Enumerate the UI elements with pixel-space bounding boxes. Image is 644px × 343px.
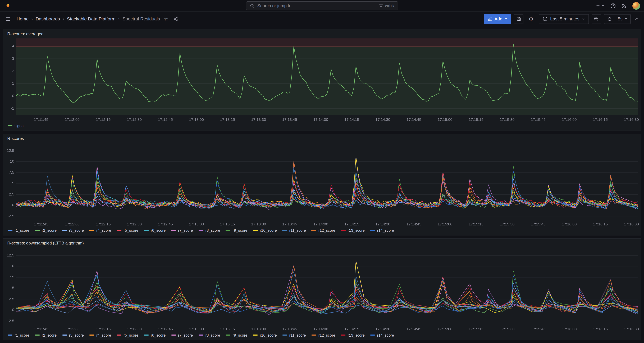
legend-item[interactable]: r11_score — [282, 228, 306, 232]
legend-item[interactable]: r10_score — [253, 333, 277, 337]
favorite-star-button[interactable]: ☆ — [163, 16, 170, 22]
legend-item[interactable]: r14_score — [370, 333, 394, 337]
save-dashboard-button[interactable] — [514, 14, 524, 24]
panel-title: R-scores — [7, 136, 24, 141]
legend-series-name: r5_score — [124, 333, 138, 337]
dashboard-panel: R-scores: averaged signal — [3, 29, 641, 131]
legend-series-name: r11_score — [289, 333, 306, 337]
save-icon — [516, 16, 521, 22]
share-button[interactable] — [172, 16, 180, 22]
top-navigation-bar: Search or jump to... ctrl+k — [0, 0, 644, 12]
legend-series-color — [226, 230, 230, 231]
legend-series-color — [144, 334, 149, 335]
chevron-up-icon — [634, 17, 639, 21]
legend-series-color — [90, 334, 94, 335]
legend-item[interactable]: r9_score — [226, 333, 248, 337]
legend-item[interactable]: signal — [8, 124, 24, 128]
breadcrumb-separator-icon: › — [118, 16, 120, 22]
legend-item[interactable]: r1_score — [8, 228, 30, 232]
legend-item[interactable]: r11_score — [282, 333, 306, 337]
chart-canvas[interactable] — [3, 39, 641, 123]
legend-series-color — [62, 230, 67, 231]
search-input[interactable]: Search or jump to... ctrl+k — [246, 2, 398, 11]
help-button[interactable] — [610, 3, 616, 9]
legend-series-color — [116, 230, 122, 231]
breadcrumb-item[interactable]: Dashboards — [36, 16, 60, 22]
add-button[interactable]: Add — [484, 14, 511, 24]
new-button[interactable] — [595, 3, 604, 8]
chart-area — [3, 248, 641, 332]
legend-item[interactable]: r7_score — [171, 333, 193, 337]
legend-series-color — [90, 230, 94, 231]
legend-item[interactable]: r12_score — [311, 228, 335, 232]
dashboard-panel: R-scores r1_scorer2_scorer3_scorer4_scor… — [3, 134, 641, 235]
legend-series-name: r4_score — [96, 228, 111, 232]
legend-item[interactable]: r3_score — [62, 333, 84, 337]
panel-header[interactable]: R-scores: downsampled (LTTB algorithm) — [3, 239, 641, 248]
breadcrumb-separator-icon: › — [31, 16, 33, 22]
legend-item[interactable]: r13_score — [341, 228, 365, 232]
legend-series-color — [198, 230, 203, 231]
legend-item[interactable]: r12_score — [311, 333, 335, 337]
menu-button[interactable] — [4, 15, 12, 23]
legend-item[interactable]: r2_score — [35, 333, 57, 337]
grafana-logo[interactable] — [4, 2, 12, 10]
legend-item[interactable]: r6_score — [144, 228, 166, 232]
plus-icon — [595, 3, 600, 8]
legend-series-name: r6_score — [151, 228, 166, 232]
legend-item[interactable]: r6_score — [144, 333, 166, 337]
legend-item[interactable]: r9_score — [226, 228, 248, 232]
legend-series-name: r1_score — [14, 228, 30, 232]
legend-series-name: r2_score — [42, 228, 57, 232]
panel-header[interactable]: R-scores: averaged — [3, 30, 641, 39]
legend-series-color — [253, 230, 258, 231]
legend-item[interactable]: r5_score — [116, 333, 138, 337]
legend-item[interactable]: r13_score — [341, 333, 365, 337]
star-icon: ☆ — [164, 16, 168, 22]
breadcrumb-item[interactable]: Stackable Data Platform — [67, 16, 116, 22]
legend-series-name: r4_score — [96, 333, 111, 337]
legend-item[interactable]: r2_score — [35, 228, 57, 232]
legend-item[interactable]: r8_score — [198, 228, 220, 232]
chevron-down-icon — [602, 4, 604, 7]
panel-header[interactable]: R-scores — [3, 134, 641, 143]
legend-item[interactable]: r8_score — [198, 333, 220, 337]
legend-item[interactable]: r10_score — [253, 228, 277, 232]
legend-series-color — [198, 334, 203, 335]
gear-icon: ⚙ — [529, 16, 534, 22]
legend-series-name: r10_score — [260, 333, 277, 337]
grafana-app: Search or jump to... ctrl+k — [0, 0, 644, 343]
collapse-toolbar-button[interactable] — [633, 16, 640, 22]
avatar[interactable] — [632, 2, 640, 10]
chart-legend: signal — [3, 123, 641, 131]
legend-series-color — [144, 230, 149, 231]
legend-item[interactable]: r3_score — [62, 228, 84, 232]
news-button[interactable] — [621, 3, 627, 9]
refresh-icon — [607, 17, 612, 21]
chart-canvas[interactable] — [3, 143, 641, 227]
chart-canvas[interactable] — [3, 248, 641, 332]
panel-title: R-scores: averaged — [7, 32, 44, 36]
legend-item[interactable]: r7_score — [171, 228, 193, 232]
dashboard-settings-button[interactable]: ⚙ — [526, 14, 536, 24]
chart-legend: r1_scorer2_scorer3_scorer4_scorer5_score… — [3, 332, 641, 340]
legend-series-color — [311, 230, 316, 231]
legend-series-color — [282, 334, 287, 335]
refresh-interval-dropdown[interactable]: 5s — [615, 14, 630, 23]
legend-series-name: r6_score — [151, 333, 166, 337]
breadcrumb-item[interactable]: Home — [16, 16, 28, 22]
legend-series-color — [341, 334, 346, 335]
zoom-out-button[interactable] — [592, 14, 601, 24]
panel-title: R-scores: downsampled (LTTB algorithm) — [7, 241, 84, 246]
refresh-button[interactable] — [604, 14, 615, 23]
legend-series-color — [116, 334, 122, 335]
legend-item[interactable]: r5_score — [116, 228, 138, 232]
legend-series-color — [62, 334, 67, 335]
legend-item[interactable]: r4_score — [90, 333, 111, 337]
time-range-picker[interactable]: Last 5 minutes — [539, 14, 589, 24]
legend-item[interactable]: r4_score — [90, 228, 111, 232]
legend-series-color — [311, 334, 316, 335]
legend-item[interactable]: r1_score — [8, 333, 30, 337]
chart-area — [3, 39, 641, 123]
legend-item[interactable]: r14_score — [370, 228, 394, 232]
